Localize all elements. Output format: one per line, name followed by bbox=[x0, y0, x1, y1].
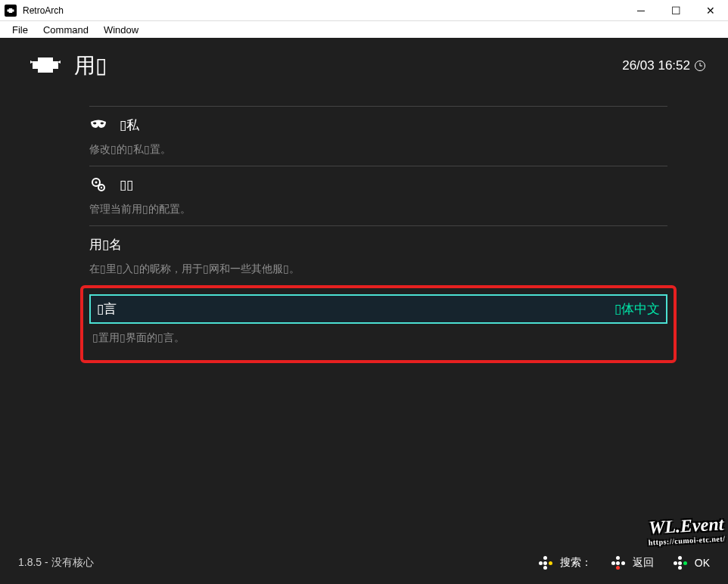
datetime: 26/03 16:52 bbox=[622, 58, 705, 73]
section-privacy[interactable]: ▯私 修改▯的▯私▯置。 bbox=[89, 106, 667, 166]
menubar: File Command Window bbox=[0, 21, 728, 38]
section-accounts-label: ▯▯ bbox=[120, 177, 667, 193]
minimize-button[interactable]: ─ bbox=[624, 0, 658, 21]
datetime-text: 26/03 16:52 bbox=[622, 58, 690, 73]
gear-icon bbox=[89, 177, 107, 192]
section-username[interactable]: 用▯名 在▯里▯入▯的昵称，用于▯网和一些其他服▯。 bbox=[89, 225, 667, 285]
section-accounts[interactable]: ▯▯ 管理当前用▯的配置。 bbox=[89, 166, 667, 225]
app-icon-small bbox=[5, 5, 17, 17]
section-language-desc: ▯置用▯界面的▯言。 bbox=[92, 331, 667, 345]
footer-version: 1.8.5 - 没有核心 bbox=[18, 556, 94, 570]
svg-point-1 bbox=[95, 182, 98, 184]
footer-search-button[interactable]: 搜索： bbox=[539, 556, 592, 570]
app-body: 用▯ 26/03 16:52 ▯私 修改▯的▯私▯置。 ▯▯ 管理当前用▯的配 bbox=[0, 38, 728, 584]
window-titlebar: RetroArch ─ ☐ ✕ bbox=[0, 0, 728, 21]
mask-icon bbox=[89, 120, 107, 130]
section-language[interactable]: ▯言 ▯体中文 ▯置用▯界面的▯言。 bbox=[89, 294, 667, 354]
page-title: 用▯ bbox=[74, 51, 107, 80]
footer-ok-button[interactable]: OK bbox=[674, 556, 710, 570]
pad-icon bbox=[674, 556, 687, 570]
maximize-button[interactable]: ☐ bbox=[658, 0, 693, 21]
close-button[interactable]: ✕ bbox=[693, 0, 728, 21]
section-privacy-desc: 修改▯的▯私▯置。 bbox=[89, 143, 667, 157]
highlight-annotation: ▯言 ▯体中文 ▯置用▯界面的▯言。 bbox=[80, 285, 677, 363]
window-title: RetroArch bbox=[23, 5, 64, 16]
page-header: 用▯ 26/03 16:52 bbox=[0, 38, 728, 86]
section-language-label: ▯言 bbox=[97, 300, 602, 318]
section-privacy-label: ▯私 bbox=[120, 116, 667, 134]
watermark-title: WL.Event bbox=[647, 514, 725, 538]
section-username-desc: 在▯里▯入▯的昵称，用于▯网和一些其他服▯。 bbox=[89, 262, 667, 276]
footer: 1.8.5 - 没有核心 搜索： 返回 OK bbox=[0, 542, 728, 584]
svg-point-3 bbox=[101, 187, 102, 188]
section-accounts-desc: 管理当前用▯的配置。 bbox=[89, 203, 667, 216]
menu-command[interactable]: Command bbox=[36, 23, 96, 37]
footer-back-button[interactable]: 返回 bbox=[611, 556, 654, 570]
pad-icon bbox=[611, 556, 625, 570]
menu-file[interactable]: File bbox=[5, 23, 36, 37]
footer-ok-label: OK bbox=[695, 557, 710, 569]
footer-search-label: 搜索： bbox=[560, 556, 592, 570]
settings-list: ▯私 修改▯的▯私▯置。 ▯▯ 管理当前用▯的配置。 用▯名 在▯里▯入▯的昵称… bbox=[0, 106, 728, 363]
retroarch-icon bbox=[30, 54, 61, 78]
pad-icon bbox=[539, 556, 552, 570]
menu-window[interactable]: Window bbox=[96, 23, 146, 37]
section-language-value: ▯体中文 bbox=[614, 300, 660, 318]
section-username-label: 用▯名 bbox=[89, 236, 667, 253]
clock-icon bbox=[695, 61, 705, 71]
footer-back-label: 返回 bbox=[633, 556, 654, 570]
